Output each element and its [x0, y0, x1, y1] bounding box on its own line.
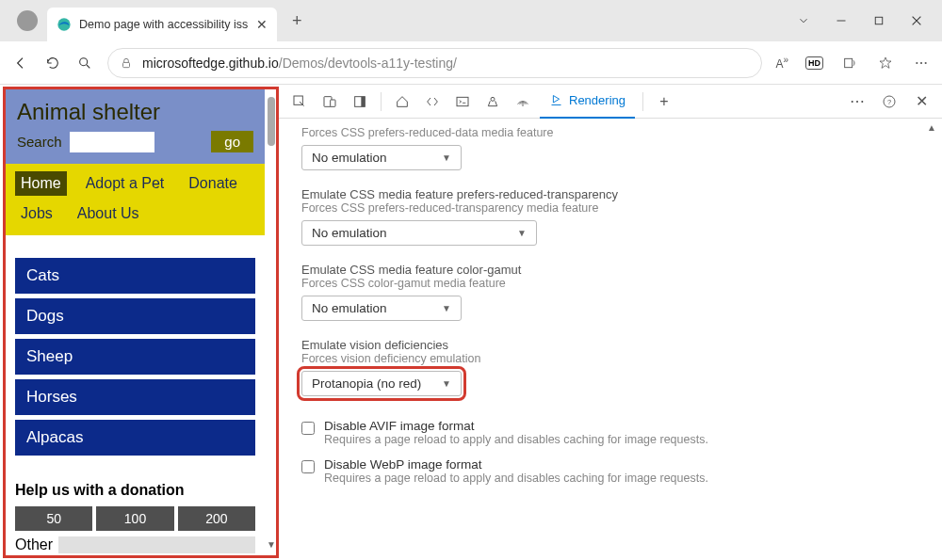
- scrollbar-thumb[interactable]: [268, 97, 275, 146]
- titlebar: Demo page with accessibility issu ✕ +: [0, 0, 942, 41]
- transparency-title: Emulate CSS media feature prefers-reduce…: [301, 187, 919, 201]
- rendering-pane: ▲ Forces CSS prefers-reduced-data media …: [279, 119, 942, 560]
- disable-avif-checkbox[interactable]: [301, 422, 315, 435]
- svg-point-5: [916, 61, 918, 63]
- other-amount-input[interactable]: [58, 536, 255, 553]
- avif-sub: Requires a page reload to apply and disa…: [324, 433, 708, 446]
- scroll-up-arrow[interactable]: ▲: [927, 122, 936, 133]
- close-window-button[interactable]: [908, 12, 925, 29]
- profile-avatar[interactable]: [17, 10, 38, 31]
- nav-about[interactable]: About Us: [72, 201, 145, 226]
- donate-amount-button[interactable]: 100: [96, 506, 173, 531]
- svg-point-15: [522, 104, 524, 106]
- chevron-down-icon: ▼: [442, 152, 451, 163]
- go-button[interactable]: go: [211, 131, 253, 152]
- devtools-tabs: Rendering + ⋯ ? ✕: [279, 85, 942, 119]
- back-button[interactable]: [11, 54, 30, 72]
- svg-rect-3: [123, 62, 130, 67]
- disable-webp-checkbox[interactable]: [301, 460, 315, 473]
- nav-adopt[interactable]: Adopt a Pet: [80, 171, 171, 196]
- network-tab-icon[interactable]: [510, 88, 536, 115]
- transparency-select[interactable]: No emulation▼: [301, 220, 537, 246]
- reader-mode-icon[interactable]: A»: [775, 55, 788, 71]
- webp-title: Disable WebP image format: [324, 457, 708, 472]
- favorite-icon[interactable]: [876, 54, 895, 72]
- svg-point-14: [491, 97, 495, 101]
- minimize-button[interactable]: [833, 12, 850, 29]
- nav-jobs[interactable]: Jobs: [15, 201, 58, 226]
- svg-point-7: [925, 61, 927, 63]
- page-preview: Animal shelter Search go Home Adopt a Pe…: [6, 89, 265, 555]
- svg-rect-4: [845, 58, 853, 67]
- toggle-dock-icon[interactable]: [347, 88, 373, 115]
- gamut-sub: Forces CSS color-gamut media feature: [301, 277, 919, 290]
- chevron-down-icon: ▼: [517, 228, 527, 238]
- category-item[interactable]: Dogs: [15, 298, 255, 334]
- browser-tab[interactable]: Demo page with accessibility issu ✕: [47, 8, 277, 41]
- search-icon[interactable]: [75, 54, 94, 72]
- donate-amount-button[interactable]: 50: [15, 506, 92, 531]
- lock-icon: [120, 56, 133, 70]
- rendering-icon: [549, 93, 563, 107]
- help-icon[interactable]: ?: [876, 88, 902, 115]
- svg-rect-12: [361, 96, 365, 106]
- read-aloud-icon[interactable]: [840, 54, 859, 72]
- sources-tab-icon[interactable]: [479, 88, 506, 115]
- more-tabs-button[interactable]: +: [651, 88, 677, 115]
- chevron-down-icon: ▼: [442, 378, 451, 389]
- category-list: Cats Dogs Sheep Horses Alpacas: [6, 235, 265, 465]
- svg-rect-1: [875, 17, 883, 24]
- vision-deficiency-select[interactable]: Protanopia (no red)▼: [301, 371, 462, 396]
- vision-title: Emulate vision deficiencies: [301, 338, 919, 352]
- category-item[interactable]: Cats: [15, 258, 255, 294]
- welcome-tab-icon[interactable]: [389, 88, 415, 115]
- console-tab-icon[interactable]: [449, 88, 476, 115]
- search-input[interactable]: [70, 132, 154, 152]
- devtools-more-icon[interactable]: ⋯: [844, 88, 870, 115]
- scroll-down-arrow[interactable]: ▼: [267, 539, 276, 550]
- search-label: Search: [17, 134, 62, 150]
- refresh-button[interactable]: [43, 54, 62, 72]
- donation-heading: Help us with a donation: [6, 465, 265, 506]
- nav-home[interactable]: Home: [15, 171, 67, 196]
- page-scrollbar[interactable]: ▼: [267, 95, 276, 550]
- page-preview-highlight: Animal shelter Search go Home Adopt a Pe…: [3, 87, 279, 558]
- svg-rect-13: [457, 97, 468, 105]
- reduced-data-sub: Forces CSS prefers-reduced-data media fe…: [301, 126, 919, 139]
- tab-close-icon[interactable]: ✕: [256, 17, 268, 32]
- tab-title: Demo page with accessibility issu: [79, 18, 249, 31]
- nav-donate[interactable]: Donate: [183, 171, 243, 196]
- transparency-sub: Forces CSS prefers-reduced-transparency …: [301, 201, 919, 215]
- edge-favicon: [57, 17, 72, 32]
- hd-badge[interactable]: HD: [805, 56, 823, 70]
- main-nav: Home Adopt a Pet Donate Jobs About Us: [6, 164, 265, 235]
- disable-webp-row: Disable WebP image format Requires a pag…: [301, 452, 919, 490]
- browser-toolbar: microsoftedge.github.io/Demos/devtools-a…: [0, 41, 942, 85]
- category-item[interactable]: Sheep: [15, 339, 255, 375]
- svg-rect-10: [331, 100, 335, 106]
- devtools-close-icon[interactable]: ✕: [908, 88, 934, 115]
- disable-avif-row: Disable AVIF image format Requires a pag…: [301, 413, 919, 452]
- vision-sub: Forces vision deficiency emulation: [301, 352, 919, 365]
- gamut-select[interactable]: No emulation▼: [301, 296, 462, 321]
- new-tab-button[interactable]: +: [284, 8, 310, 35]
- category-item[interactable]: Horses: [15, 379, 255, 415]
- address-bar[interactable]: microsoftedge.github.io/Demos/devtools-a…: [107, 48, 762, 78]
- donate-amount-button[interactable]: 200: [178, 506, 255, 531]
- gamut-title: Emulate CSS media feature color-gamut: [301, 263, 919, 277]
- elements-tab-icon[interactable]: [419, 88, 446, 115]
- maximize-button[interactable]: [870, 12, 887, 29]
- url-text: microsoftedge.github.io/Demos/devtools-a…: [142, 56, 457, 71]
- other-label: Other: [15, 536, 53, 553]
- more-icon[interactable]: [912, 54, 931, 72]
- device-toggle-icon[interactable]: [317, 88, 343, 115]
- rendering-tab-label: Rendering: [569, 93, 625, 107]
- svg-point-6: [920, 61, 922, 63]
- inspect-icon[interactable]: [286, 88, 313, 115]
- reduced-data-select[interactable]: No emulation▼: [301, 145, 462, 170]
- rendering-tab[interactable]: Rendering: [540, 85, 635, 119]
- category-item[interactable]: Alpacas: [15, 420, 255, 456]
- page-title: Animal shelter: [17, 99, 253, 125]
- chevron-down-icon[interactable]: [795, 12, 812, 29]
- chevron-down-icon: ▼: [442, 303, 451, 313]
